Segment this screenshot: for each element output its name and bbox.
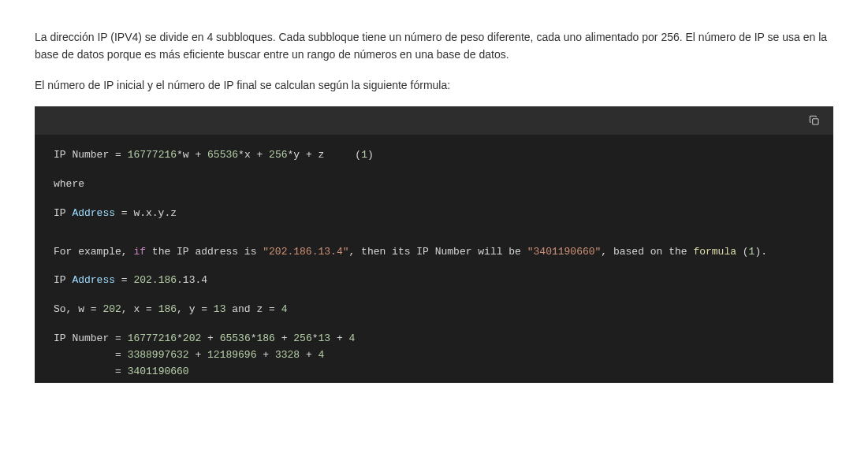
code-line: = 3388997632 + 12189696 + 3328 + 4 <box>54 347 814 364</box>
code-line: For example, if the IP address is "202.1… <box>54 244 814 261</box>
code-var: Address <box>72 274 115 286</box>
code-func: formula <box>693 246 736 258</box>
paragraph-intro-1: La dirección IP (IPV4) se divide en 4 su… <box>35 28 833 64</box>
code-number: 12189696 <box>207 349 256 361</box>
code-text: , y = <box>177 303 214 315</box>
code-line: where <box>54 176 814 193</box>
code-number: 186 <box>257 332 275 344</box>
code-number: 13 <box>214 303 226 315</box>
code-text: * <box>251 332 257 344</box>
code-number: 3328 <box>275 349 300 361</box>
code-text: + <box>330 332 348 344</box>
code-text: * <box>312 332 319 344</box>
code-number: 256 <box>293 332 311 344</box>
code-text: = <box>115 274 133 286</box>
code-var: Address <box>72 207 115 219</box>
code-text: .13.4 <box>177 274 207 286</box>
code-block: IP Number = 16777216*w + 65536*x + 256*y… <box>35 106 833 383</box>
code-number: 256 <box>269 149 287 161</box>
code-text: IP <box>54 207 72 219</box>
code-text: + <box>256 349 274 361</box>
code-line: So, w = 202, x = 186, y = 13 and z = 4 <box>54 302 814 318</box>
code-text: * <box>177 332 183 344</box>
code-number: 3401190660 <box>128 366 189 377</box>
code-text: ) <box>367 149 374 161</box>
code-number: 16777216 <box>128 149 177 161</box>
code-text: + <box>300 349 318 361</box>
code-string: "202.186.13.4" <box>263 246 348 258</box>
code-text: the IP address is <box>146 246 263 258</box>
code-line: IP Address = w.x.y.z <box>54 206 814 222</box>
code-text: + <box>189 349 207 361</box>
code-text: + <box>275 332 293 344</box>
code-text: = w.x.y.z <box>115 207 177 219</box>
code-text: where <box>54 178 84 190</box>
code-text: For example, <box>54 246 133 258</box>
code-line: = 3401190660 <box>54 364 814 380</box>
code-text: = <box>54 366 128 377</box>
code-number: 4 <box>349 332 356 344</box>
copy-icon[interactable] <box>807 113 822 128</box>
code-number: 4 <box>319 349 325 361</box>
code-number: 16777216 <box>128 332 177 344</box>
code-keyword: if <box>133 246 146 258</box>
code-text: So, w = <box>54 303 102 315</box>
code-number: 202.186 <box>133 274 177 286</box>
code-text: , x = <box>121 303 158 315</box>
code-text: IP Number = <box>54 332 128 344</box>
code-number: 4 <box>281 303 288 315</box>
code-text: = <box>54 349 128 361</box>
code-text: ( <box>736 246 749 258</box>
code-number: 13 <box>319 332 331 344</box>
code-number: 3388997632 <box>128 349 189 361</box>
code-line: IP Address = 202.186.13.4 <box>54 273 814 289</box>
code-number: 202 <box>102 303 121 315</box>
code-line: IP Number = 16777216*202 + 65536*186 + 2… <box>54 331 814 347</box>
code-number: 202 <box>183 332 201 344</box>
code-text: + <box>201 332 219 344</box>
code-number: 1 <box>361 149 367 161</box>
code-number: 65536 <box>207 149 238 161</box>
code-text: *w + <box>177 149 207 161</box>
code-text: ). <box>754 246 767 258</box>
code-text: , based on the <box>601 246 693 258</box>
code-line: IP Number = 16777216*w + 65536*x + 256*y… <box>54 147 814 164</box>
svg-rect-0 <box>813 119 818 124</box>
code-text: IP <box>54 274 72 286</box>
code-body: IP Number = 16777216*w + 65536*x + 256*y… <box>35 135 833 380</box>
paragraph-intro-2: El número de IP inicial y el número de I… <box>35 76 833 94</box>
code-text: *y + z ( <box>288 149 362 161</box>
code-number: 65536 <box>220 332 251 344</box>
code-text: and z = <box>225 303 281 315</box>
code-number: 186 <box>158 303 177 315</box>
code-text: , then its IP Number will be <box>348 246 527 258</box>
code-text: IP Number = <box>54 149 128 161</box>
code-text: *x + <box>238 149 269 161</box>
code-string: "3401190660" <box>527 246 602 258</box>
